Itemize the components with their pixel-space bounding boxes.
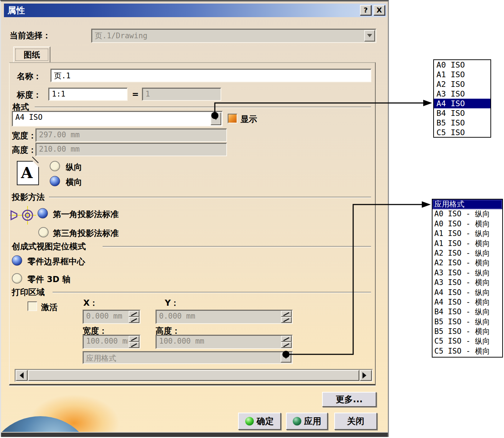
- format-dropdown-list[interactable]: A0 ISOA1 ISOA2 ISOA3 ISOA4 ISOB4 ISOB5 I…: [433, 59, 491, 138]
- apply-format-list-item[interactable]: A2 ISO - 纵向: [433, 248, 502, 258]
- apply-format-value: 应用格式: [86, 354, 116, 363]
- apply-format-list-item[interactable]: A0 ISO - 纵向: [433, 209, 502, 219]
- spin-down-icon[interactable]: [129, 317, 139, 323]
- print-x-spinner[interactable]: 0.000 mm: [83, 310, 140, 324]
- apply-format-list-item[interactable]: A3 ISO - 横向: [433, 278, 502, 287]
- format-width-label: 宽度：: [12, 130, 36, 141]
- close-button[interactable]: 关闭: [334, 413, 377, 430]
- apply-format-list-item[interactable]: C5 ISO - 纵向: [433, 336, 502, 346]
- paper-orientation-icon: A: [17, 161, 39, 185]
- part-3d-axis-radio[interactable]: [12, 273, 22, 284]
- print-width-value: 100.000 mm: [86, 337, 128, 348]
- tab-sheet[interactable]: 图纸: [13, 46, 50, 63]
- third-angle-radio[interactable]: [38, 227, 49, 237]
- apply-format-combobox[interactable]: 应用格式: [83, 351, 293, 364]
- apply-format-list-header[interactable]: 应用格式: [433, 200, 502, 209]
- activate-label: 激活: [41, 302, 58, 313]
- format-width-value: 297.00 mm: [39, 131, 80, 139]
- format-height-field: 210.00 mm: [35, 143, 227, 156]
- spin-down-icon[interactable]: [281, 317, 292, 323]
- activate-checkbox[interactable]: [28, 301, 37, 311]
- spin-down-icon[interactable]: [281, 342, 292, 348]
- scale-result-field: 1: [142, 88, 221, 101]
- print-height-spinner[interactable]: 100.000 mm: [155, 335, 293, 349]
- chevron-down-icon[interactable]: [211, 112, 221, 125]
- arrow2-head: [422, 201, 431, 208]
- apply-format-list-item[interactable]: B5 ISO - 横向: [433, 327, 502, 336]
- ok-button-label: 确定: [257, 415, 274, 427]
- format-list-item[interactable]: A4 ISO: [434, 99, 490, 108]
- apply-format-list-item[interactable]: B5 ISO - 纵向: [433, 317, 502, 327]
- format-list-item[interactable]: B5 ISO: [434, 118, 490, 128]
- landscape-label: 横向: [66, 177, 82, 188]
- name-value: 页.1: [54, 72, 70, 80]
- print-area-group-label: 打印区域: [12, 287, 45, 298]
- scale-input[interactable]: 1:1: [48, 88, 128, 101]
- apply-button[interactable]: 应用: [286, 413, 328, 430]
- apply-format-list-item[interactable]: A4 ISO - 纵向: [433, 288, 502, 297]
- ok-button[interactable]: 确定: [238, 413, 281, 430]
- apply-format-list-item[interactable]: B4 ISO - 纵向: [433, 307, 502, 317]
- apply-format-list-item[interactable]: C5 ISO - 横向: [433, 346, 502, 356]
- apply-format-list-item[interactable]: A4 ISO - 横向: [433, 297, 502, 307]
- landscape-radio[interactable]: [50, 176, 60, 186]
- third-angle-label: 第三角投影法标准: [53, 228, 119, 239]
- print-x-value: 0.000 mm: [86, 312, 128, 323]
- format-list-item[interactable]: A1 ISO: [434, 70, 490, 79]
- portrait-label: 纵向: [66, 162, 82, 173]
- scale-value: 1:1: [52, 90, 65, 98]
- close-icon[interactable]: X: [374, 5, 385, 15]
- ok-sphere-icon: [245, 417, 254, 425]
- spin-down-icon[interactable]: [129, 342, 139, 348]
- current-selection-combobox[interactable]: 页.1/Drawing: [91, 29, 376, 43]
- format-list-item[interactable]: A2 ISO: [434, 79, 490, 89]
- apply-format-list-item[interactable]: A0 ISO - 横向: [433, 219, 502, 229]
- tab-sheet-label: 图纸: [24, 49, 40, 60]
- print-y-spinner[interactable]: 0.000 mm: [155, 310, 293, 324]
- scroll-right-icon[interactable]: [360, 370, 372, 381]
- apply-format-list-item[interactable]: A1 ISO - 横向: [433, 239, 502, 248]
- apply-format-dropdown-list[interactable]: 应用格式 A0 ISO - 纵向A0 ISO - 横向A1 ISO - 纵向A1…: [432, 199, 503, 358]
- chevron-down-icon[interactable]: [281, 353, 291, 363]
- name-input[interactable]: 页.1: [50, 69, 371, 82]
- spin-up-icon[interactable]: [129, 336, 139, 342]
- chevron-down-icon[interactable]: [364, 30, 375, 41]
- spin-up-icon[interactable]: [281, 336, 292, 342]
- format-width-field: 297.00 mm: [35, 128, 227, 142]
- window-title: 属性: [4, 5, 25, 16]
- format-list-item[interactable]: A0 ISO: [434, 60, 490, 70]
- horizontal-scrollbar[interactable]: [15, 369, 373, 382]
- display-checkbox[interactable]: [228, 114, 237, 123]
- format-value: A4 ISO: [15, 113, 43, 122]
- projection-group-rule: [49, 197, 371, 197]
- format-list-item[interactable]: C5 ISO: [434, 128, 490, 137]
- apply-format-list-item[interactable]: A1 ISO - 纵向: [433, 229, 502, 238]
- more-button[interactable]: 更多...: [322, 392, 376, 407]
- print-height-value: 100.000 mm: [159, 337, 280, 348]
- first-angle-radio[interactable]: [38, 208, 48, 218]
- scroll-left-icon[interactable]: [16, 370, 28, 381]
- print-width-spinner[interactable]: 100.000 mm: [83, 335, 140, 349]
- apply-format-list-item[interactable]: A2 ISO - 横向: [433, 258, 502, 268]
- apply-format-list-item[interactable]: A3 ISO - 纵向: [433, 268, 502, 278]
- print-x-label: X：: [83, 297, 98, 309]
- properties-dialog: 属性 ? X 当前选择： 页.1/Drawing 图纸 名称： 页.1 标度： …: [0, 0, 389, 437]
- portrait-radio[interactable]: [50, 161, 60, 171]
- apply-format-list-body: A0 ISO - 纵向A0 ISO - 横向A1 ISO - 纵向A1 ISO …: [433, 209, 502, 356]
- apply-sphere-icon: [293, 417, 301, 425]
- scale-result-value: 1: [145, 90, 150, 98]
- scrollbar-thumb[interactable]: [28, 370, 359, 381]
- display-label: 显示: [241, 114, 257, 125]
- close-button-label: 关闭: [347, 415, 364, 427]
- apply-button-label: 应用: [304, 415, 321, 427]
- format-height-label: 高度：: [12, 144, 36, 156]
- print-area-group-rule: [53, 292, 371, 292]
- title-bar[interactable]: 属性 ? X: [4, 4, 386, 17]
- format-combobox[interactable]: A4 ISO: [12, 111, 223, 127]
- format-list-item[interactable]: A3 ISO: [434, 89, 490, 99]
- help-button[interactable]: ?: [360, 5, 371, 15]
- spin-up-icon[interactable]: [281, 311, 292, 317]
- format-list-item[interactable]: B4 ISO: [434, 108, 490, 118]
- bounding-box-center-radio[interactable]: [12, 255, 22, 266]
- spin-up-icon[interactable]: [129, 311, 139, 317]
